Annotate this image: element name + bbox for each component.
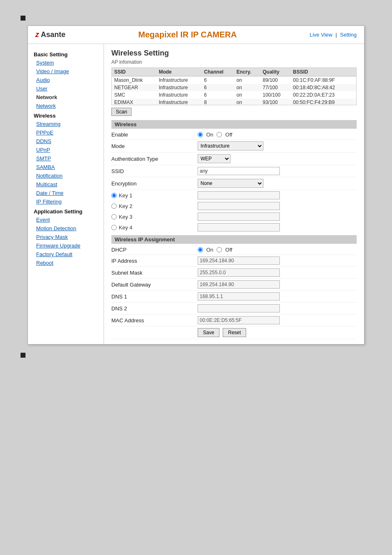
ssid-input[interactable] [198, 167, 280, 175]
wireless-ip-bar: Wireless IP Assignment [111, 235, 357, 244]
scan-button[interactable]: Scan [111, 108, 131, 116]
reset-button[interactable]: Reset [223, 328, 246, 337]
mode-value: Infrastructure Ad-hoc [198, 141, 357, 150]
sidebar-item-smtp[interactable]: SMTP [28, 154, 104, 163]
ap-table-scroll[interactable]: SSID Mode Channel Encry. Quality BSSID M… [111, 67, 357, 105]
dns2-row: DNS 2 [111, 303, 357, 314]
key3-input[interactable] [198, 213, 280, 221]
auth-type-select[interactable]: WEP WPA None [198, 154, 231, 163]
ap-cell-ssid: NETGEAR [112, 84, 156, 91]
dhcp-off-radio[interactable] [217, 247, 222, 252]
dhcp-row: DHCP On Off [111, 245, 357, 255]
mac-address-input[interactable] [198, 316, 280, 324]
dhcp-label: DHCP [111, 247, 198, 253]
mode-row: Mode Infrastructure Ad-hoc [111, 140, 357, 153]
sidebar-item-date-time[interactable]: Date / Time [28, 189, 104, 197]
key4-row: Key 4 [111, 222, 357, 233]
sidebar-item-upnp[interactable]: UPnP [28, 146, 104, 154]
subnet-mask-row: Subnet Mask [111, 267, 357, 279]
sidebar-item-audio[interactable]: Audio [28, 76, 104, 84]
subnet-mask-input[interactable] [198, 268, 280, 277]
sidebar-item-pppoe[interactable]: PPPoE [28, 128, 104, 137]
ap-table-row[interactable]: Mason_DlinkInfrastructure6on89/10000:1C:… [112, 76, 356, 84]
dns1-input[interactable] [198, 292, 280, 301]
sidebar-item-motion-detection[interactable]: Motion Detection [28, 224, 104, 233]
ap-cell-ssid: Mason_Dlink [112, 76, 156, 84]
ap-cell-mode: Infrastructure [156, 76, 201, 84]
key2-row: Key 2 [111, 201, 357, 211]
sidebar-item-network2[interactable]: Network [28, 102, 104, 110]
ap-cell-encry: on [234, 84, 261, 91]
col-quality: Quality [260, 68, 291, 76]
sidebar-item-network[interactable]: Network [28, 93, 104, 102]
setting-link[interactable]: Setting [340, 32, 357, 38]
ap-table-row[interactable]: EDIMAXInfrastructure8on93/10000:50:FC:F4… [112, 99, 356, 105]
default-gateway-input[interactable] [198, 280, 280, 289]
live-view-link[interactable]: Live View [309, 32, 332, 38]
mac-address-label: MAC Address [111, 317, 198, 324]
default-gateway-value [198, 280, 357, 289]
sidebar-item-reboot[interactable]: Reboot [28, 259, 104, 267]
ap-cell-channel: 8 [202, 99, 234, 105]
key1-input[interactable] [198, 191, 280, 199]
sidebar-item-video-image[interactable]: Video / Image [28, 67, 104, 76]
key4-input[interactable] [198, 223, 280, 231]
sidebar-item-streaming[interactable]: Streaming [28, 120, 104, 128]
mode-select[interactable]: Infrastructure Ad-hoc [198, 141, 263, 150]
sidebar-item-samba[interactable]: SAMBA [28, 163, 104, 171]
sidebar-item-factory-default[interactable]: Factory Default [28, 250, 104, 259]
key1-row: Key 1 [111, 190, 357, 201]
sidebar-item-notification[interactable]: Notification [28, 171, 104, 180]
dns1-value [198, 292, 357, 301]
dns2-input[interactable] [198, 304, 280, 312]
save-button[interactable]: Save [198, 328, 219, 337]
key1-radio[interactable] [111, 193, 117, 198]
ap-cell-encry: on [234, 99, 261, 105]
key2-radio[interactable] [111, 204, 117, 209]
sidebar-item-event[interactable]: Event [28, 215, 104, 224]
col-encry: Encry. [234, 68, 261, 76]
ap-cell-bssid: 00:18:4D:8C:A8:42 [291, 84, 356, 91]
dhcp-on-radio[interactable] [198, 247, 203, 252]
sidebar-item-ddns[interactable]: DDNS [28, 137, 104, 146]
content-area: Basic Setting System Video / Image Audio… [28, 44, 364, 344]
dns1-label: DNS 1 [111, 294, 198, 300]
key4-radio[interactable] [111, 225, 117, 230]
ap-cell-bssid: 00:1C:F0:AF:88:9F [291, 76, 356, 84]
ap-cell-mode: Infrastructure [156, 91, 201, 99]
sidebar-item-system[interactable]: System [28, 58, 104, 67]
ap-cell-mode: Infrastructure [156, 84, 201, 91]
ap-cell-channel: 6 [202, 91, 234, 99]
key3-radio[interactable] [111, 214, 117, 220]
auth-type-label: Authentication Type [111, 156, 198, 162]
sidebar-item-ip-filtering[interactable]: IP Filtering [28, 197, 104, 206]
dhcp-off-label[interactable]: Off [225, 247, 232, 253]
sidebar-item-user[interactable]: User [28, 84, 104, 93]
ssid-label: SSID [111, 168, 198, 174]
col-mode: Mode [156, 68, 201, 76]
ap-cell-encry: on [234, 76, 261, 84]
enable-off-radio[interactable] [217, 132, 222, 137]
ap-cell-encry: on [234, 91, 261, 99]
dhcp-on-label[interactable]: On [206, 247, 213, 253]
default-gateway-label: Default Gateway [111, 282, 198, 288]
sidebar-item-privacy-mask[interactable]: Privacy Mask [28, 233, 104, 241]
encryption-select[interactable]: None 64-bit 128-bit [198, 179, 263, 188]
enable-off-label[interactable]: Off [225, 132, 232, 138]
enable-row: Enable On Off [111, 130, 357, 140]
ap-cell-mode: Infrastructure [156, 99, 201, 105]
sidebar-item-firmware-upgrade[interactable]: Firmware Upgrade [28, 241, 104, 250]
enable-on-label[interactable]: On [206, 132, 213, 138]
ap-table-row[interactable]: SMCInfrastructure6on100/10000:22:2D:0A:E… [112, 91, 356, 99]
ap-table: SSID Mode Channel Encry. Quality BSSID M… [112, 68, 356, 105]
ap-table-row[interactable]: NETGEARInfrastructure6on77/10000:18:4D:8… [112, 84, 356, 91]
ssid-row: SSID [111, 165, 357, 177]
black-square-top [21, 16, 25, 21]
nav-separator: | [336, 32, 339, 38]
ap-cell-bssid: 00:22:2D:0A:E7:23 [291, 91, 356, 99]
sidebar-item-multicast[interactable]: Multicast [28, 180, 104, 189]
key3-label: Key 3 [111, 214, 198, 220]
enable-on-radio[interactable] [198, 132, 203, 137]
ip-address-input[interactable] [198, 257, 280, 265]
key2-input[interactable] [198, 202, 280, 210]
